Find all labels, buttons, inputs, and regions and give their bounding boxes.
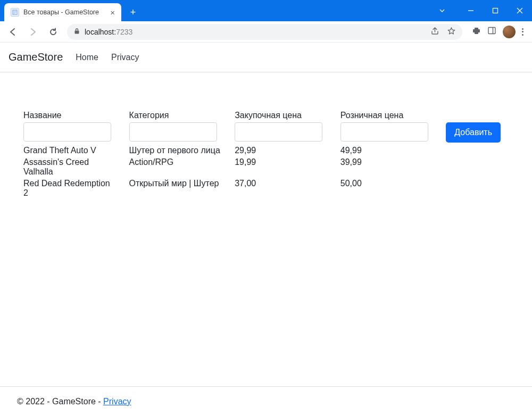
side-panel-icon[interactable] xyxy=(487,26,496,37)
browser-toolbar: localhost:7233 xyxy=(0,21,532,43)
col-header-retail: Розничная цена xyxy=(340,111,446,122)
kebab-menu-icon[interactable] xyxy=(522,28,523,36)
cell-name: Red Dead Redemption 2 xyxy=(23,178,129,199)
cell-retail: 49,99 xyxy=(340,145,446,156)
col-header-category: Категория xyxy=(129,111,235,122)
extensions-icon[interactable] xyxy=(472,26,481,37)
cell-category: Action/RPG xyxy=(129,156,235,178)
url-port: 7233 xyxy=(116,28,132,36)
chevron-down-icon[interactable] xyxy=(430,2,454,19)
wholesale-input[interactable] xyxy=(235,122,322,142)
col-header-wholesale: Закупочная цена xyxy=(235,111,340,122)
retail-input[interactable] xyxy=(340,122,428,142)
cell-wholesale: 19,99 xyxy=(235,156,340,178)
page-footer: © 2022 - GameStore - Privacy xyxy=(0,386,532,416)
tab-close-icon[interactable]: × xyxy=(110,9,115,16)
address-bar[interactable]: localhost:7233 xyxy=(67,24,462,40)
bookmark-star-icon[interactable] xyxy=(447,27,456,37)
add-button[interactable]: Добавить xyxy=(446,122,501,143)
app-navbar: GameStore Home Privacy xyxy=(0,43,532,72)
new-tab-button[interactable]: + xyxy=(126,5,140,20)
window-minimize-button[interactable] xyxy=(459,2,483,19)
back-button[interactable] xyxy=(4,23,21,40)
footer-text: © 2022 - GameStore - xyxy=(17,397,103,406)
cell-retail: 39,99 xyxy=(340,156,446,178)
cell-name: Grand Theft Auto V xyxy=(23,145,129,156)
nav-link-home[interactable]: Home xyxy=(76,53,98,62)
window-close-button[interactable] xyxy=(508,2,532,19)
table-row: Grand Theft Auto VШутер от первого лица2… xyxy=(23,145,502,156)
table-row: Red Dead Redemption 2Открытый мир | Шуте… xyxy=(23,178,502,199)
col-header-name: Название xyxy=(23,111,129,122)
cell-wholesale: 37,00 xyxy=(235,178,340,199)
favicon-icon xyxy=(11,8,19,16)
window-maximize-button[interactable] xyxy=(483,2,508,19)
cell-category: Шутер от первого лица xyxy=(129,145,235,156)
browser-tab[interactable]: Все товары - GameStore × xyxy=(4,3,121,21)
url-host: localhost: xyxy=(85,28,116,36)
window-titlebar: Все товары - GameStore × + xyxy=(0,0,532,21)
footer-privacy-link[interactable]: Privacy xyxy=(103,397,131,406)
products-table: Название Категория Закупочная цена Розни… xyxy=(23,111,502,199)
category-input[interactable] xyxy=(129,122,217,142)
tab-title: Все товары - GameStore xyxy=(23,9,99,16)
brand-label[interactable]: GameStore xyxy=(9,51,63,63)
reload-button[interactable] xyxy=(45,23,62,40)
cell-name: Assassin's Creed Valhalla xyxy=(23,156,129,178)
cell-wholesale: 29,99 xyxy=(235,145,340,156)
svg-rect-8 xyxy=(75,30,79,34)
table-row: Assassin's Creed ValhallaAction/RPG19,99… xyxy=(23,156,502,178)
name-input[interactable] xyxy=(23,122,111,142)
forward-button xyxy=(24,23,41,40)
svg-rect-9 xyxy=(488,28,495,34)
profile-avatar[interactable] xyxy=(503,26,516,38)
nav-link-privacy[interactable]: Privacy xyxy=(111,53,139,62)
share-icon[interactable] xyxy=(430,27,439,37)
svg-rect-5 xyxy=(493,9,498,13)
cell-retail: 50,00 xyxy=(340,178,446,199)
cell-category: Открытый мир | Шутер xyxy=(129,178,235,199)
lock-icon xyxy=(73,28,80,36)
page-content: Название Категория Закупочная цена Розни… xyxy=(0,72,532,386)
